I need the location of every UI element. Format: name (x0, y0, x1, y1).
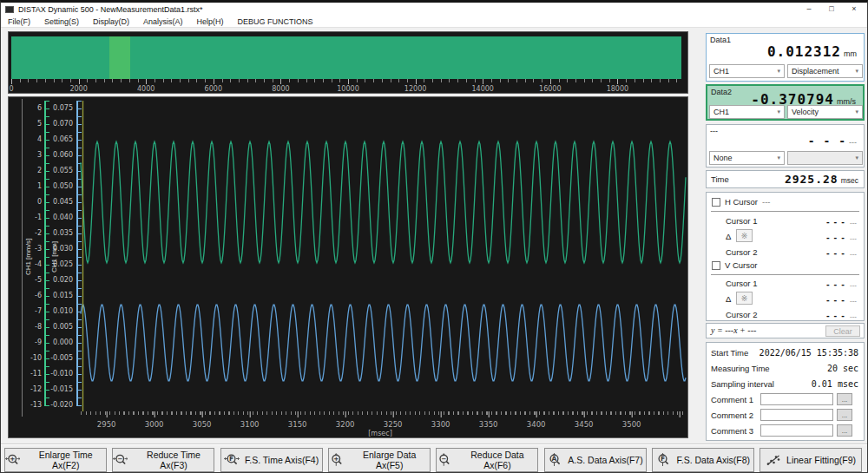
main-chart[interactable]: CH1 [mm/s]6543210-1-2-3-4-5-6-7-8-9-10-1… (8, 96, 688, 438)
titlebar: DISTAX Dynamic 500 - NewMeasurementData1… (1, 3, 867, 16)
displacement-axis-tick-label: 0.065 (50, 135, 73, 143)
comment1-input[interactable] (760, 393, 833, 405)
fit-formula: y = ---x + --- (711, 325, 756, 335)
comment3-label: Comment 3 (711, 426, 753, 436)
svg-text:F: F (229, 455, 233, 463)
f-s-data-axis-f8-button[interactable]: FF.S. Data Axis(F8) (652, 448, 754, 472)
v-cursor2-label: Cursor 2 (726, 310, 757, 319)
v-cursor2-value: - - - (826, 310, 845, 320)
chevron-down-icon: ▾ (777, 154, 780, 161)
data1-value: 0.012312 (767, 43, 841, 60)
velocity-axis-tick-label: 2 (16, 167, 42, 174)
h-delta-value: - - - (826, 232, 845, 242)
reduce-data-ax-f6-button[interactable]: −Reduce Data Ax(F6) (436, 448, 538, 472)
chevron-down-icon: ▾ (855, 68, 858, 75)
h-delta-mode-button[interactable]: ※ (736, 229, 753, 242)
overview-axis-tick-label: 2000 (69, 85, 87, 93)
waveform-plot (9, 97, 689, 439)
chevron-down-icon: ▾ (855, 108, 858, 115)
velocity-axis-tick-label: 5 (16, 120, 42, 128)
overview-axis-tick-label: 14000 (471, 85, 493, 93)
overview-strip[interactable]: 0200040006000800010000120001400016000180… (8, 31, 688, 94)
data2-quantity-select[interactable]: Velocity ▾ (787, 105, 863, 119)
comment2-input[interactable] (760, 409, 833, 421)
toolbar-button-label: F.S. Time Axis(F4) (245, 455, 319, 465)
overview-axis-tick-label: 0 (9, 85, 13, 93)
velocity-axis-tick-label: 6 (16, 104, 42, 112)
displacement-axis-tick-label: 0.040 (50, 214, 73, 221)
clear-fit-button[interactable]: Clear (825, 325, 860, 337)
comment1-browse-button[interactable]: ... (837, 393, 852, 405)
toolbar-button-label: Reduce Data Ax(F6) (457, 450, 538, 470)
time-label: Time (711, 174, 729, 184)
data3-channel-select[interactable]: None ▾ (709, 151, 785, 165)
chevron-down-icon: ▾ (855, 154, 858, 161)
maximize-button[interactable]: □ (820, 3, 843, 15)
v-cursor2-unit: --- (850, 312, 857, 320)
overview-axis-tick-label: 16000 (539, 85, 561, 93)
menu-item-debug-functions[interactable]: DEBUG FUNCTIONS (231, 17, 320, 26)
measurement-info-panel: Start Time 2022/06/15 15:35:38 Measuring… (706, 342, 865, 441)
enlarge-data-ax-f5-button[interactable]: +Enlarge Data Ax(F5) (328, 448, 431, 472)
displacement-axis-tick-label: -0.015 (50, 385, 73, 393)
toolbar-button-label: Linear Fitting(F9) (786, 455, 856, 465)
minimize-button[interactable]: – (798, 3, 820, 15)
h-cursor-label: H Cursor (725, 197, 758, 207)
menu-item-analysis-a[interactable]: Analysis(A) (136, 17, 190, 26)
displacement-axis-tick-label: 0.045 (50, 198, 73, 206)
menu-item-setting-s[interactable]: Setting(S) (37, 17, 86, 26)
comment3-input[interactable] (760, 424, 833, 437)
velocity-axis-tick-label: -6 (16, 292, 42, 299)
magnifier-data-icon: + (329, 453, 345, 467)
velocity-axis-tick-label: -5 (16, 276, 42, 284)
v-delta-value: - - - (826, 294, 845, 305)
reduce-time-ax-f3-button[interactable]: −Reduce Time Ax(F3) (112, 448, 214, 472)
h-cursor-checkbox[interactable] (712, 198, 720, 207)
velocity-axis-tick-label: -13 (16, 401, 42, 409)
linear-fitting-f9-button[interactable]: Linear Fitting(F9) (760, 448, 862, 472)
menu-item-file-f[interactable]: File(F) (1, 17, 37, 26)
overview-axis-tick-label: 8000 (272, 85, 289, 93)
comment2-browse-button[interactable]: ... (837, 409, 852, 421)
data3-title: --- (710, 127, 718, 135)
data1-channel-select[interactable]: CH1 ▾ (709, 64, 785, 78)
velocity-axis-tick-label: -8 (16, 323, 42, 331)
data2-channel-select[interactable]: CH1 ▾ (709, 105, 785, 119)
data3-value: - - - (808, 135, 846, 148)
overview-view-highlight[interactable] (109, 36, 129, 79)
data1-title: Data1 (710, 36, 731, 44)
velocity-axis-tick-label: -10 (16, 354, 42, 362)
time-value: 2925.28 (785, 173, 838, 186)
velocity-axis-tick-label: -9 (16, 338, 42, 346)
v-cursor1-unit: --- (850, 281, 857, 289)
comment3-browse-button[interactable]: ... (837, 424, 852, 437)
v-delta-mode-button[interactable]: ※ (736, 292, 753, 305)
displacement-axis-tick-label: -0.005 (50, 354, 73, 362)
v-cursor-checkbox[interactable] (712, 261, 720, 270)
measuring-time-label: Measuring Time (711, 364, 770, 373)
f-s-time-axis-f4-button[interactable]: FF.S. Time Axis(F4) (220, 448, 323, 472)
time-axis-unit-label: [msec] (368, 430, 392, 437)
close-button[interactable]: × (843, 3, 865, 15)
velocity-axis-tick-label: -11 (16, 370, 42, 378)
comment1-label: Comment 1 (711, 395, 753, 404)
velocity-axis-tick-label: -7 (16, 307, 42, 315)
toolbar-button-label: Reduce Time Ax(F3) (134, 450, 214, 470)
data1-quantity-select[interactable]: Displacement ▾ (787, 64, 863, 78)
h-delta-unit: --- (850, 234, 857, 242)
v-cursor-label: V Cursor (725, 260, 757, 270)
overview-axis-tick-label: 6000 (205, 85, 222, 93)
time-axis-tick-label: 2950 (97, 420, 116, 429)
time-axis-tick-label: 3150 (288, 420, 307, 429)
menu-item-help-h[interactable]: Help(H) (190, 17, 231, 26)
a-s-data-axis-f7-button[interactable]: AA.S. Data Axis(F7) (544, 448, 647, 472)
sampling-interval-label: Sampling interval (711, 379, 774, 389)
velocity-axis-tick-label: -3 (16, 245, 42, 253)
time-axis-tick-label: 3050 (193, 420, 212, 429)
time-axis-tick-label: 3450 (575, 420, 594, 429)
menu-item-display-d[interactable]: Display(D) (86, 17, 136, 26)
data3-quantity-select[interactable]: ▾ (787, 151, 863, 165)
enlarge-time-ax-f2-button[interactable]: +Enlarge Time Ax(F2) (4, 448, 107, 472)
v-delta-label: Δ (726, 294, 731, 304)
magnifier-time-icon: F (224, 453, 240, 467)
